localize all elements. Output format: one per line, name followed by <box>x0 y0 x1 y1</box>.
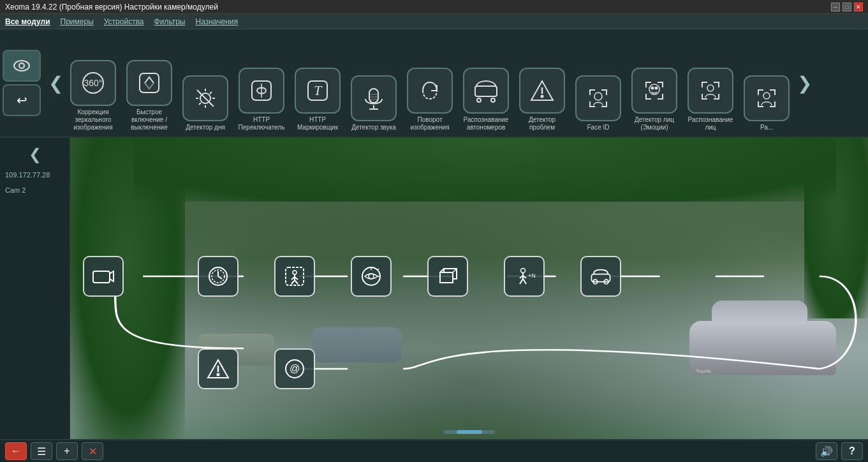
sound-detector-icon <box>351 75 397 121</box>
node-auto-recog[interactable] <box>580 256 621 297</box>
svg-rect-19 <box>369 89 378 103</box>
pipeline-wrapper: +N <box>70 138 868 439</box>
module-more[interactable]: Ра... <box>741 75 792 131</box>
close-button[interactable]: ✕ <box>854 3 863 11</box>
main-area: ❮ 109.172.77.28 Cam 2 Toyota <box>0 138 868 439</box>
face-detector-icon <box>631 68 677 114</box>
module-panorama[interactable]: 360° Коррекциязеркальногоизображения <box>68 60 119 131</box>
menubar: Все модули Примеры Устройства Фильтры На… <box>0 14 868 29</box>
bottom-right-buttons: 🔊 ? <box>816 442 863 460</box>
menu-filters[interactable]: Фильтры <box>154 17 186 26</box>
http-switch-label: HTTPПереключатель <box>239 116 285 131</box>
maximize-button[interactable]: □ <box>842 3 851 11</box>
module-plate-recog[interactable]: Распознаваниеавтономеров <box>460 68 511 131</box>
module-http-marker[interactable]: T HTTPМаркировщик <box>292 68 343 131</box>
svg-point-34 <box>707 85 714 91</box>
toolbar-prev-arrow[interactable]: ❮ <box>46 38 65 128</box>
camera-name: Cam 2 <box>5 184 64 197</box>
sound-detector-label: Детектор звука <box>351 124 396 131</box>
panorama-label: Коррекциязеркальногоизображения <box>73 108 112 131</box>
menu-all-modules[interactable]: Все модули <box>5 17 50 26</box>
sound-button[interactable]: 🔊 <box>816 442 837 460</box>
node-motion[interactable] <box>274 256 315 297</box>
svg-point-57 <box>369 274 374 279</box>
delete-button[interactable]: ✕ <box>82 442 103 460</box>
node-person-detector[interactable]: +N <box>504 256 545 297</box>
pipeline-connections <box>70 138 868 439</box>
svg-point-35 <box>763 93 770 99</box>
back-button[interactable]: ← <box>5 442 27 460</box>
titlebar-controls: ─ □ ✕ <box>831 3 863 11</box>
module-day-detector[interactable]: Детектор дня <box>180 75 231 131</box>
toolbar-next-arrow[interactable]: ❯ <box>795 38 814 128</box>
node-preview[interactable] <box>351 256 392 297</box>
face-recog-icon <box>688 68 733 114</box>
menu-purpose[interactable]: Назначения <box>195 17 238 26</box>
svg-line-13 <box>199 103 201 105</box>
module-face-id[interactable]: Face ID <box>573 75 624 131</box>
svg-line-67 <box>523 279 526 284</box>
scroll-indicator-inner <box>457 430 482 434</box>
node-camera[interactable] <box>83 256 124 297</box>
http-marker-label: HTTPМаркировщик <box>297 116 338 131</box>
node-email[interactable]: @ <box>274 348 315 389</box>
problem-detector-label: Детекторпроблем <box>529 116 555 131</box>
list-icon: ☰ <box>37 445 46 458</box>
module-http-switch[interactable]: HTTPПереключатель <box>236 68 287 131</box>
module-problem-detector[interactable]: Детекторпроблем <box>517 68 568 131</box>
module-face-detector[interactable]: Детектор лиц(Эмоции) <box>629 68 680 131</box>
svg-point-75 <box>217 374 219 376</box>
plate-recog-icon <box>463 68 509 114</box>
module-sound-detector[interactable]: Детектор звука <box>348 75 399 131</box>
svg-rect-61 <box>440 272 453 283</box>
cam-view-button[interactable] <box>3 50 41 82</box>
module-image-rotate[interactable]: Поворотизображения <box>404 68 455 131</box>
svg-marker-44 <box>110 271 114 281</box>
titlebar: Xeoma 19.4.22 (Пробная версия) Настройки… <box>0 0 868 14</box>
modules-list: 360° Коррекциязеркальногоизображения Быс… <box>65 29 795 137</box>
svg-line-48 <box>218 276 222 279</box>
menu-devices[interactable]: Устройства <box>104 17 144 26</box>
minimize-button[interactable]: ─ <box>831 3 840 11</box>
svg-rect-43 <box>93 271 110 283</box>
sidebar-arrow[interactable]: ❮ <box>5 143 64 166</box>
module-fast-switch[interactable]: Быстроевключение /выключение <box>124 60 175 131</box>
list-button[interactable]: ☰ <box>31 442 52 460</box>
left-cam-controls: ↩ <box>3 50 41 116</box>
svg-rect-71 <box>591 274 610 282</box>
panorama-icon: 360° <box>70 60 116 106</box>
svg-point-32 <box>652 87 654 89</box>
svg-point-64 <box>521 269 526 273</box>
svg-line-53 <box>295 280 298 284</box>
http-marker-icon: T <box>295 68 341 114</box>
svg-point-26 <box>477 98 481 102</box>
more-icon <box>744 75 790 121</box>
help-icon: ? <box>849 445 855 457</box>
add-button[interactable]: + <box>56 442 78 460</box>
problem-detector-icon <box>519 68 565 114</box>
bottom-left-buttons: ← ☰ + ✕ <box>5 442 103 460</box>
left-sidebar: ❮ 109.172.77.28 Cam 2 <box>0 138 70 439</box>
back-icon: ← <box>11 445 21 457</box>
node-problem[interactable] <box>198 348 239 389</box>
bottom-bar: ← ☰ + ✕ 🔊 ? <box>0 439 868 462</box>
face-recog-label: Распознаваниелиц <box>688 116 733 131</box>
svg-text:T: T <box>314 82 323 98</box>
svg-point-50 <box>293 271 297 274</box>
face-id-label: Face ID <box>587 124 609 131</box>
svg-line-59 <box>378 269 379 270</box>
node-object-detector[interactable] <box>427 256 468 297</box>
menu-examples[interactable]: Примеры <box>61 17 94 26</box>
titlebar-text: Xeoma 19.4.22 (Пробная версия) Настройки… <box>5 3 218 11</box>
svg-point-27 <box>491 98 495 102</box>
module-toolbar: ↩ ❮ 360° Коррекциязеркальногоизображения <box>0 29 868 138</box>
help-button[interactable]: ? <box>841 442 863 460</box>
image-rotate-icon <box>407 68 453 114</box>
face-detector-label: Детектор лиц(Эмоции) <box>635 116 674 131</box>
cam-back-button[interactable]: ↩ <box>3 84 41 116</box>
svg-line-52 <box>291 280 295 284</box>
node-scheduler[interactable] <box>198 256 239 297</box>
day-detector-icon <box>182 75 228 121</box>
fast-switch-label: Быстроевключение /выключение <box>131 108 168 131</box>
module-face-recog[interactable]: Распознаваниелиц <box>685 68 736 131</box>
